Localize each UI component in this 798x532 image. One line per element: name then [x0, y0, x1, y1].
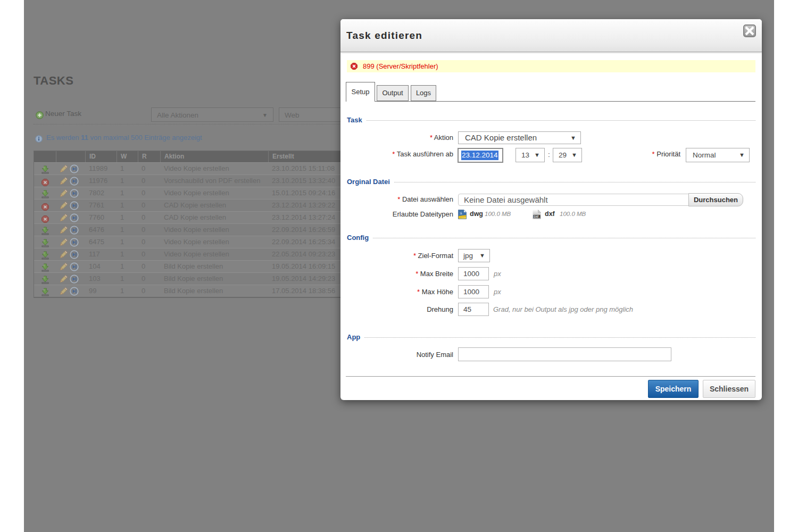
- svg-text:DXF: DXF: [534, 215, 539, 218]
